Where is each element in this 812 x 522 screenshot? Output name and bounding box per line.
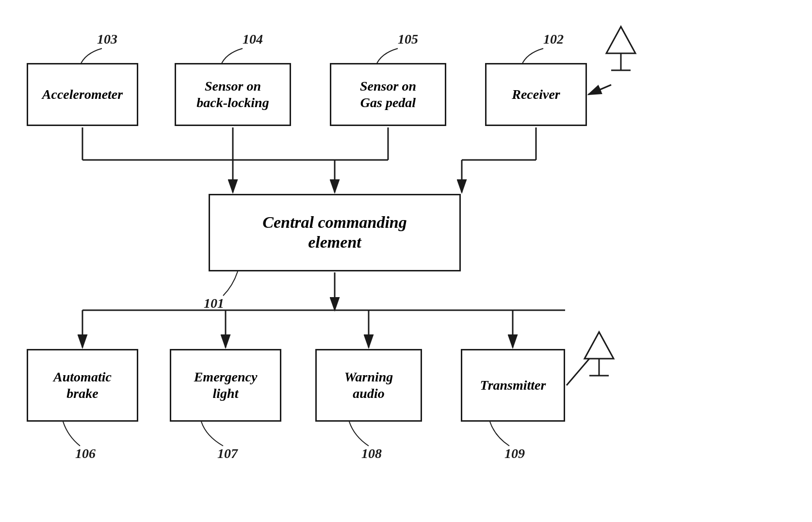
- antenna-receiver-svg: [601, 24, 640, 73]
- box-emergency-light: Emergencylight: [170, 349, 281, 422]
- box-back-locking: Sensor onback-locking: [175, 63, 291, 126]
- svg-marker-22: [585, 332, 614, 359]
- antenna-transmitter-svg: [580, 330, 618, 378]
- box-central: Central commandingelement: [209, 194, 461, 271]
- ref-106: 106: [75, 446, 96, 461]
- box-receiver: Receiver: [485, 63, 587, 126]
- ref-107: 107: [217, 446, 238, 461]
- ref-104: 104: [243, 32, 263, 47]
- ref-103: 103: [97, 32, 117, 47]
- ref-101: 101: [204, 296, 224, 311]
- ref-102: 102: [543, 32, 564, 47]
- box-gas-pedal: Sensor onGas pedal: [330, 63, 446, 126]
- ref-109: 109: [504, 446, 525, 461]
- ref-105: 105: [398, 32, 418, 47]
- ref-108: 108: [361, 446, 382, 461]
- diagram-container: 103 104 105 102 Accelerometer Sensor onb…: [0, 0, 812, 522]
- box-accelerometer: Accelerometer: [27, 63, 138, 126]
- box-automatic-brake: Automaticbrake: [27, 349, 138, 422]
- svg-marker-19: [606, 27, 635, 53]
- svg-line-11: [588, 85, 611, 95]
- box-transmitter: Transmitter: [461, 349, 565, 422]
- box-warning-audio: Warningaudio: [315, 349, 422, 422]
